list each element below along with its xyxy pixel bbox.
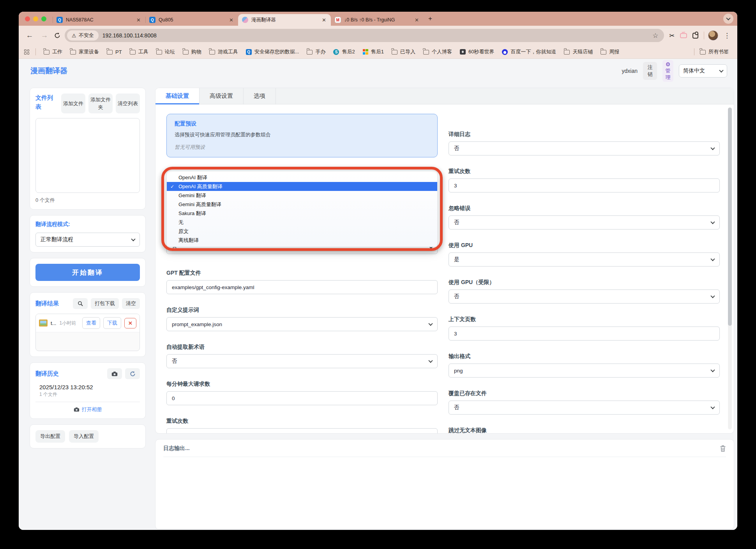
- scissors-extension-icon[interactable]: ✂: [669, 32, 675, 39]
- settings-tab[interactable]: 基础设置: [155, 88, 200, 104]
- dropdown-option[interactable]: 原文: [167, 227, 437, 236]
- clear-results-button[interactable]: 清空: [122, 298, 140, 309]
- file-list-box[interactable]: [35, 118, 140, 193]
- field-label: 重试次数: [166, 418, 438, 425]
- bookmark-item[interactable]: 购物: [180, 47, 205, 57]
- scrollbar-thumb[interactable]: [728, 108, 732, 326]
- tab-search-button[interactable]: [723, 14, 733, 24]
- all-bookmarks[interactable]: 所有书签: [692, 47, 732, 57]
- add-folder-button[interactable]: 添加文件夹: [88, 94, 113, 113]
- field-control[interactable]: 否: [449, 141, 720, 155]
- field-control[interactable]: png: [449, 364, 720, 378]
- dropdown-option[interactable]: 无: [167, 218, 437, 227]
- logout-button[interactable]: 注销: [643, 62, 657, 79]
- minimize-window-button[interactable]: [33, 16, 38, 21]
- apps-grid-icon[interactable]: [24, 49, 29, 55]
- tab-close-icon[interactable]: ✕: [136, 17, 141, 23]
- bookmark-item[interactable]: 售后1: [360, 47, 387, 57]
- browser-menu-icon[interactable]: ⋮: [722, 32, 732, 40]
- tab-close-icon[interactable]: ✕: [321, 17, 327, 23]
- field-control[interactable]: 3: [449, 327, 720, 341]
- bilibili-extension-icon[interactable]: [680, 33, 687, 38]
- bookmark-item[interactable]: 手办: [304, 47, 329, 57]
- refresh-history-button[interactable]: [125, 368, 140, 379]
- field-value: 否: [454, 145, 459, 152]
- back-button[interactable]: ←: [24, 31, 35, 40]
- field-control[interactable]: prompt_example.json: [166, 317, 438, 331]
- download-all-button[interactable]: 打包下载: [91, 298, 119, 309]
- admin-button[interactable]: ⚙ 管理: [662, 60, 673, 82]
- close-window-button[interactable]: [25, 16, 30, 21]
- bookmark-item[interactable]: 安全储存您的数据...: [243, 47, 302, 57]
- reload-button[interactable]: [54, 32, 61, 39]
- trash-icon[interactable]: [720, 445, 726, 452]
- log-output-area[interactable]: [163, 457, 726, 515]
- bookmark-icon: [107, 50, 113, 55]
- dropdown-option[interactable]: OpenAI 高质量翻译: [167, 182, 437, 191]
- browser-tab[interactable]: ↓0 B/s ↑0 B/s - TrguiNG ✕: [331, 14, 424, 26]
- open-album-link[interactable]: 打开相册: [35, 406, 140, 413]
- address-bar[interactable]: ⚠ 不安全 192.168.100.114:8008 ☆: [65, 29, 664, 42]
- clear-list-button[interactable]: 清空列表: [116, 94, 140, 113]
- extensions-puzzle-icon[interactable]: [692, 33, 698, 39]
- field-control[interactable]: -1: [166, 428, 438, 434]
- field-control[interactable]: 否: [449, 290, 720, 304]
- window-controls[interactable]: [25, 16, 46, 21]
- forward-button[interactable]: →: [39, 31, 50, 40]
- history-entry-date[interactable]: 2025/12/23 13:20:52: [39, 384, 140, 390]
- export-config-button[interactable]: 导出配置: [35, 430, 65, 443]
- browser-tab[interactable]: 漫画翻译器 ✕: [238, 14, 331, 26]
- bookmark-item[interactable]: 周报: [597, 47, 622, 57]
- start-translate-button[interactable]: 开始翻译: [35, 264, 140, 281]
- field-control[interactable]: 0: [166, 391, 438, 405]
- zoom-window-button[interactable]: [41, 16, 46, 21]
- field-control[interactable]: 否: [449, 215, 720, 229]
- field-value: 3: [454, 183, 457, 189]
- new-tab-button[interactable]: +: [425, 14, 435, 24]
- mode-select[interactable]: 正常翻译流程: [35, 233, 140, 247]
- dropdown-option[interactable]: OpenAI 翻译: [167, 173, 437, 182]
- profile-avatar[interactable]: [708, 30, 718, 41]
- field-control[interactable]: 否: [166, 354, 438, 368]
- dropdown-option[interactable]: 离线翻译: [167, 236, 437, 245]
- dropdown-option[interactable]: Gemini 高质量翻译: [167, 200, 437, 209]
- tab-close-icon[interactable]: ✕: [414, 17, 420, 23]
- browser-tab[interactable]: NAS5878AC ✕: [53, 14, 145, 26]
- field-control[interactable]: examples/gpt_config-example.yaml: [166, 280, 438, 294]
- bookmark-item[interactable]: 已导入: [389, 47, 419, 57]
- browser-tab[interactable]: Qu805 ✕: [145, 14, 238, 26]
- view-button[interactable]: 查看: [82, 317, 100, 329]
- dropdown-option[interactable]: Sakura 翻译: [167, 209, 437, 218]
- delete-button[interactable]: ✕: [124, 318, 136, 328]
- refresh-icon: [130, 371, 136, 377]
- gallery-button[interactable]: [107, 368, 122, 379]
- field-control[interactable]: 3: [449, 178, 720, 192]
- bookmark-item[interactable]: 工具: [127, 47, 152, 57]
- bookmark-item[interactable]: 百度一下，你就知道: [499, 47, 559, 57]
- bookmark-item[interactable]: 家里设备: [67, 47, 102, 57]
- add-file-button[interactable]: 添加文件: [61, 94, 85, 113]
- settings-tab[interactable]: 高级设置: [200, 88, 244, 104]
- field-control[interactable]: 否: [449, 401, 720, 415]
- field-control[interactable]: 是: [449, 252, 720, 267]
- bookmark-item[interactable]: 售后2: [330, 47, 358, 57]
- bookmark-item[interactable]: 论坛: [153, 47, 178, 57]
- bookmark-item[interactable]: 60秒看世界: [457, 47, 497, 57]
- bookmark-star-icon[interactable]: ☆: [652, 32, 661, 40]
- panel-scrollbar[interactable]: [728, 108, 732, 429]
- form-field: 自动提取新术语 否: [166, 344, 438, 368]
- security-chip[interactable]: ⚠ 不安全: [67, 30, 99, 41]
- bookmark-item[interactable]: 天猫店铺: [561, 47, 596, 57]
- url-text[interactable]: 192.168.100.114:8008: [102, 32, 649, 39]
- settings-tab[interactable]: 选项: [244, 88, 276, 104]
- bookmark-item[interactable]: 游戏工具: [206, 47, 241, 57]
- tab-close-icon[interactable]: ✕: [228, 17, 234, 23]
- bookmark-item[interactable]: 工作: [41, 47, 65, 57]
- import-config-button[interactable]: 导入配置: [69, 430, 99, 443]
- download-button[interactable]: 下载: [103, 317, 121, 329]
- bookmark-item[interactable]: 个人博客: [420, 47, 455, 57]
- language-select[interactable]: 简体中文: [679, 64, 727, 78]
- search-results-button[interactable]: [73, 298, 88, 309]
- dropdown-option[interactable]: Gemini 翻译: [167, 191, 437, 200]
- bookmark-item[interactable]: PT: [104, 48, 125, 56]
